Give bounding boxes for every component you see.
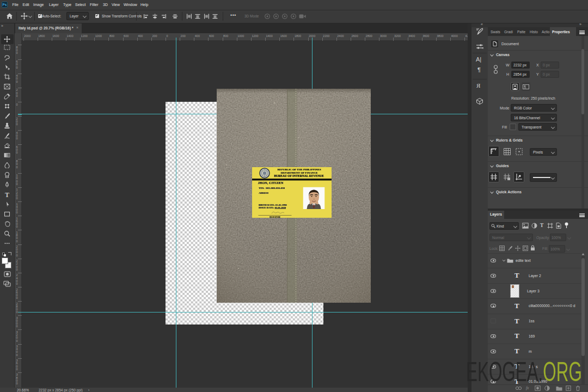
svg-text:T: T (5, 191, 9, 198)
